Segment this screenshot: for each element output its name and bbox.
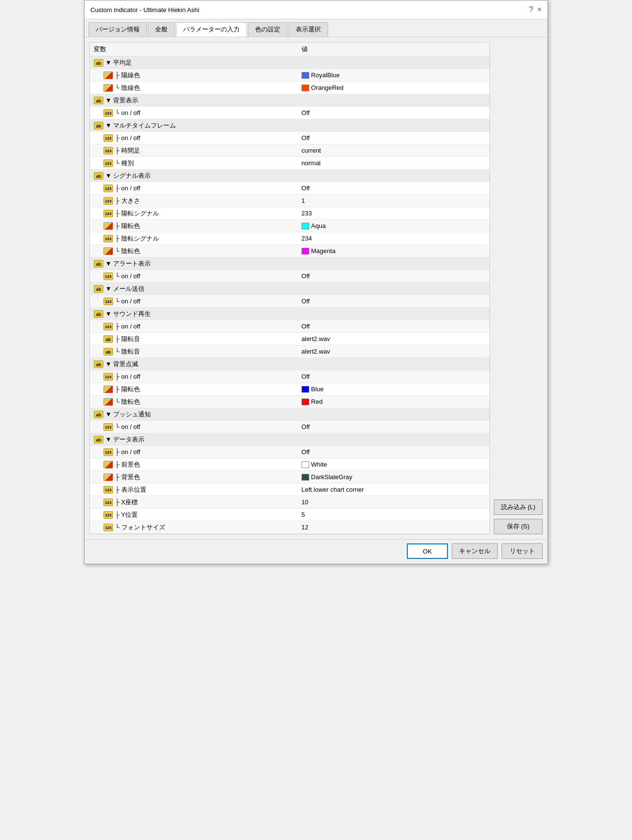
variable-label: ├ 陽転シグナル — [115, 209, 159, 218]
variable-label: ├ 大きさ — [115, 197, 140, 205]
ok-button[interactable]: OK — [407, 543, 448, 559]
table-row[interactable]: ab▼ マルチタイムフレーム — [90, 119, 489, 132]
table-row[interactable]: 123├ on / offOff — [90, 446, 489, 458]
variable-label: └ on / off — [115, 298, 140, 305]
color-value-label: Red — [311, 398, 323, 405]
table-row[interactable]: 123├ Y位置5 — [90, 509, 489, 521]
parameters-table-area: 変数 値 ab▼ 平均足├ 陽線色RoyalBlue└ 陰線色OrangeRed… — [89, 42, 490, 534]
tab-display[interactable]: 表示選択 — [288, 22, 328, 37]
reset-button[interactable]: リセット — [502, 543, 543, 559]
table-cell-var: 123├ 陽転シグナル — [90, 207, 298, 220]
variable-label: └ on / off — [115, 109, 140, 116]
variable-label: ├ 陰転シグナル — [115, 234, 159, 243]
table-cell-val — [298, 283, 489, 295]
table-cell-val: Off — [298, 320, 489, 333]
table-row[interactable]: 123├ on / offOff — [90, 132, 489, 144]
table-cell-var: 123└ on / off — [90, 107, 298, 119]
table-row[interactable]: ab└ 陰転音alert2.wav — [90, 345, 489, 358]
icon-123: 123 — [103, 448, 113, 456]
tab-general[interactable]: 全般 — [148, 22, 175, 37]
table-row[interactable]: ab▼ サウンド再生 — [90, 308, 489, 320]
table-cell-var: ├ 陽線色 — [90, 69, 298, 82]
table-row[interactable]: 123└ 種別normal — [90, 157, 489, 170]
color-value-label: White — [311, 461, 327, 468]
table-row[interactable]: 123├ 表示位置Left lower chart corner — [90, 484, 489, 496]
variable-label: ├ X座標 — [115, 498, 138, 507]
table-row[interactable]: ab├ 陽転音alert2.wav — [90, 333, 489, 345]
table-row[interactable]: ├ 陽転色Blue — [90, 383, 489, 396]
table-row[interactable]: 123├ on / offOff — [90, 320, 489, 333]
icon-ab: ab — [94, 411, 103, 418]
variable-label: ├ on / off — [115, 185, 140, 192]
color-swatch — [302, 223, 309, 229]
icon-123: 123 — [103, 134, 113, 142]
table-row[interactable]: ├ 前景色White — [90, 458, 489, 471]
table-cell-var: 123├ Y位置 — [90, 509, 298, 521]
icon-ab: ab — [94, 260, 103, 268]
variable-label: ├ 陽転色 — [115, 222, 140, 230]
table-cell-val: Off — [298, 446, 489, 458]
color-swatch — [302, 461, 309, 468]
variable-label: ├ Y位置 — [115, 511, 138, 519]
table-row[interactable]: ab▼ メール送信 — [90, 283, 489, 295]
help-button[interactable]: ? — [529, 5, 533, 14]
table-row[interactable]: ab▼ 背景点滅 — [90, 358, 489, 370]
icon-color — [103, 84, 113, 92]
tab-parameters[interactable]: パラメーターの入力 — [176, 22, 247, 37]
icon-123: 123 — [103, 524, 113, 531]
icon-ab: ab — [94, 97, 103, 104]
color-value-label: Blue — [311, 385, 324, 393]
variable-label: ▼ データ表示 — [105, 435, 144, 444]
variable-label: └ 種別 — [115, 159, 134, 168]
tab-colors[interactable]: 色の設定 — [248, 22, 287, 37]
table-cell-val: Off — [298, 295, 489, 308]
load-button[interactable]: 読み込み (L) — [494, 499, 543, 515]
table-row[interactable]: 123└ on / offOff — [90, 421, 489, 433]
table-row[interactable]: 123└ on / offOff — [90, 270, 489, 283]
table-cell-val: alert2.wav — [298, 345, 489, 358]
variable-label: ▼ シグナル表示 — [105, 171, 151, 180]
table-row[interactable]: 123├ 大きさ1 — [90, 195, 489, 207]
table-row[interactable]: 123├ 陰転シグナル234 — [90, 232, 489, 245]
table-cell-var: ab▼ データ表示 — [90, 433, 298, 446]
table-row[interactable]: └ 陰転色Red — [90, 396, 489, 408]
table-cell-var: 123└ on / off — [90, 295, 298, 308]
table-row[interactable]: ├ 陽転色Aqua — [90, 220, 489, 232]
table-row[interactable]: 123├ 時間足current — [90, 144, 489, 157]
table-row[interactable]: 123├ 陽転シグナル233 — [90, 207, 489, 220]
close-button[interactable]: × — [537, 5, 542, 14]
table-row[interactable]: 123└ on / offOff — [90, 295, 489, 308]
table-row[interactable]: 123└ on / offOff — [90, 107, 489, 119]
cancel-button[interactable]: キャンセル — [452, 543, 498, 559]
table-row[interactable]: ab▼ プッシュ通知 — [90, 408, 489, 421]
icon-123: 123 — [103, 235, 113, 242]
table-row[interactable]: ab▼ データ表示 — [90, 433, 489, 446]
table-row[interactable]: 123├ X座標10 — [90, 496, 489, 509]
table-cell-val: OrangeRed — [298, 82, 489, 94]
variable-label: ▼ マルチタイムフレーム — [105, 121, 176, 130]
icon-ab: ab — [94, 59, 103, 67]
variable-label: ▼ メール送信 — [105, 285, 144, 293]
table-row[interactable]: ab▼ 背景表示 — [90, 94, 489, 107]
table-row[interactable]: 123├ on / offOff — [90, 370, 489, 383]
table-row[interactable]: ├ 背景色DarkSlateGray — [90, 471, 489, 484]
icon-color — [103, 71, 113, 79]
table-row[interactable]: ab▼ シグナル表示 — [90, 170, 489, 182]
table-row[interactable]: └ 陰転色Magenta — [90, 245, 489, 257]
table-cell-var: ab▼ マルチタイムフレーム — [90, 119, 298, 132]
icon-color — [103, 461, 113, 469]
table-row[interactable]: ab▼ アラート表示 — [90, 257, 489, 270]
table-cell-var: 123└ 種別 — [90, 157, 298, 170]
icon-123: 123 — [103, 511, 113, 519]
save-button[interactable]: 保存 (S) — [494, 519, 543, 534]
table-row[interactable]: ├ 陽線色RoyalBlue — [90, 69, 489, 82]
tab-version[interactable]: バージョン情報 — [88, 22, 147, 37]
table-cell-val: DarkSlateGray — [298, 471, 489, 484]
table-row[interactable]: └ 陰線色OrangeRed — [90, 82, 489, 94]
table-cell-val: Magenta — [298, 245, 489, 257]
table-row[interactable]: ab▼ 平均足 — [90, 57, 489, 69]
table-row[interactable]: 123├ on / offOff — [90, 182, 489, 195]
table-row[interactable]: 123└ フォントサイズ12 — [90, 521, 489, 534]
variable-label: ▼ サウンド再生 — [105, 310, 151, 318]
table-cell-var: 123├ 大きさ — [90, 195, 298, 207]
